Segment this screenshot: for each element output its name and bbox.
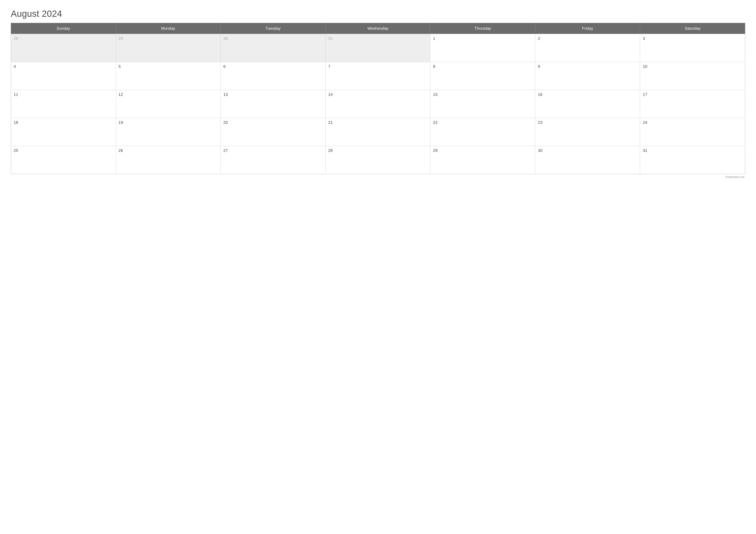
header-friday: Friday xyxy=(535,23,640,34)
calendar-day-31-jul[interactable]: 31 xyxy=(326,34,431,62)
calendar-day-16[interactable]: 16 xyxy=(535,90,640,118)
calendar-day-30[interactable]: 30 xyxy=(535,146,640,174)
calendar-day-10[interactable]: 10 xyxy=(640,62,745,90)
calendar-day-9[interactable]: 9 xyxy=(535,62,640,90)
calendar-day-17[interactable]: 17 xyxy=(640,90,745,118)
calendar-day-27[interactable]: 27 xyxy=(221,146,326,174)
calendar-day-18[interactable]: 18 xyxy=(11,118,116,146)
calendar-day-11[interactable]: 11 xyxy=(11,90,116,118)
watermark: iCalendars.net xyxy=(11,175,745,179)
header-thursday: Thursday xyxy=(430,23,535,34)
calendar-day-21[interactable]: 21 xyxy=(326,118,431,146)
calendar-day-1[interactable]: 1 xyxy=(430,34,535,62)
header-monday: Monday xyxy=(116,23,221,34)
calendar-body: 28 29 30 31 1 2 3 4 5 6 7 8 9 10 11 12 1… xyxy=(11,34,745,174)
calendar-header: Sunday Monday Tuesday Wednesday Thursday… xyxy=(11,23,745,34)
calendar-day-2[interactable]: 2 xyxy=(535,34,640,62)
calendar-title: August 2024 xyxy=(11,9,745,19)
calendar-day-29[interactable]: 29 xyxy=(430,146,535,174)
calendar-day-28[interactable]: 28 xyxy=(326,146,431,174)
calendar-day-24[interactable]: 24 xyxy=(640,118,745,146)
calendar-day-20[interactable]: 20 xyxy=(221,118,326,146)
calendar-day-5[interactable]: 5 xyxy=(116,62,221,90)
header-tuesday: Tuesday xyxy=(221,23,326,34)
calendar-day-29-jul[interactable]: 29 xyxy=(116,34,221,62)
calendar-day-6[interactable]: 6 xyxy=(221,62,326,90)
calendar-day-12[interactable]: 12 xyxy=(116,90,221,118)
calendar-day-22[interactable]: 22 xyxy=(430,118,535,146)
calendar: Sunday Monday Tuesday Wednesday Thursday… xyxy=(11,23,745,174)
calendar-day-14[interactable]: 14 xyxy=(326,90,431,118)
header-saturday: Saturday xyxy=(640,23,745,34)
calendar-day-23[interactable]: 23 xyxy=(535,118,640,146)
header-sunday: Sunday xyxy=(11,23,116,34)
calendar-day-13[interactable]: 13 xyxy=(221,90,326,118)
calendar-day-25[interactable]: 25 xyxy=(11,146,116,174)
calendar-day-15[interactable]: 15 xyxy=(430,90,535,118)
calendar-day-4[interactable]: 4 xyxy=(11,62,116,90)
calendar-day-8[interactable]: 8 xyxy=(430,62,535,90)
header-wednesday: Wednesday xyxy=(326,23,431,34)
calendar-day-30-jul[interactable]: 30 xyxy=(221,34,326,62)
calendar-day-7[interactable]: 7 xyxy=(326,62,431,90)
calendar-day-28-jul[interactable]: 28 xyxy=(11,34,116,62)
calendar-day-31[interactable]: 31 xyxy=(640,146,745,174)
calendar-day-26[interactable]: 26 xyxy=(116,146,221,174)
calendar-day-19[interactable]: 19 xyxy=(116,118,221,146)
calendar-day-3[interactable]: 3 xyxy=(640,34,745,62)
